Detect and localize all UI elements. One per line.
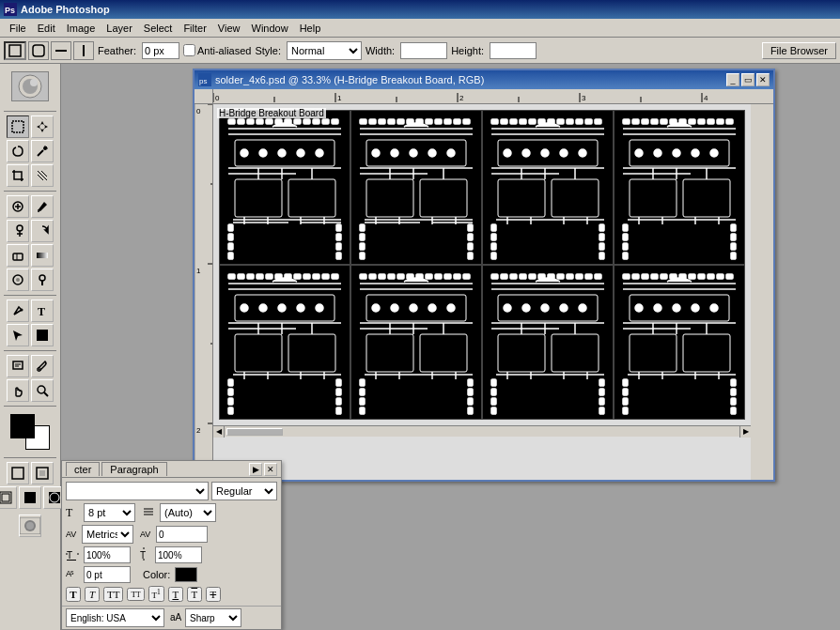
eyedropper-btn[interactable] bbox=[31, 355, 54, 377]
svg-rect-32 bbox=[37, 330, 48, 341]
menu-layer[interactable]: Layer bbox=[101, 21, 138, 36]
tool-row-select bbox=[7, 115, 54, 138]
svg-rect-211 bbox=[689, 119, 695, 124]
move-tool-btn[interactable] bbox=[31, 115, 54, 138]
paragraph-tab[interactable]: Paragraph bbox=[101, 462, 166, 476]
slice-tool-btn[interactable] bbox=[31, 164, 54, 187]
strikethrough-text-btn[interactable]: T bbox=[206, 587, 221, 602]
hand-tool-btn[interactable] bbox=[7, 379, 29, 402]
svg-point-302 bbox=[391, 304, 398, 312]
quick-mask-btn[interactable] bbox=[31, 462, 54, 484]
text-tool-btn[interactable]: T bbox=[31, 300, 54, 322]
kerning-select[interactable]: Metrics Optical 0 bbox=[82, 525, 133, 544]
anti-aliased-checkbox[interactable] bbox=[183, 44, 195, 56]
screen-mode-1[interactable] bbox=[0, 486, 17, 509]
doc-content: 0 1 2 3 4 bbox=[194, 89, 773, 480]
heal-tool-btn[interactable] bbox=[7, 195, 29, 218]
feather-input[interactable] bbox=[142, 42, 179, 59]
width-input[interactable] bbox=[400, 42, 447, 59]
menu-filter[interactable]: Filter bbox=[178, 21, 211, 36]
marquee-round-btn[interactable] bbox=[28, 41, 49, 60]
left-toolbar: T bbox=[0, 64, 61, 630]
panel-expand-btn[interactable]: ▶ bbox=[249, 463, 262, 476]
svg-text:2: 2 bbox=[196, 426, 201, 435]
font-size-select[interactable]: 8 pt 9 pt 10 pt 12 pt 14 pt bbox=[84, 503, 135, 522]
clone-tool-btn[interactable] bbox=[7, 220, 29, 242]
svg-rect-5 bbox=[83, 45, 85, 56]
menu-window[interactable]: Window bbox=[246, 21, 294, 36]
pen-tool-btn[interactable] bbox=[7, 300, 29, 322]
italic-text-btn[interactable]: T bbox=[85, 587, 100, 602]
text-color-swatch[interactable] bbox=[175, 567, 197, 582]
panel-close-btn[interactable]: ✕ bbox=[264, 463, 277, 476]
gradient-tool-btn[interactable] bbox=[31, 244, 54, 267]
dodge-tool-btn[interactable] bbox=[31, 269, 54, 291]
smallcaps-text-btn[interactable]: TT bbox=[127, 588, 144, 601]
svg-rect-79 bbox=[247, 119, 254, 124]
scroll-left-btn[interactable]: ◀ bbox=[213, 426, 225, 438]
svg-rect-352 bbox=[491, 389, 496, 395]
svg-point-26 bbox=[16, 278, 20, 282]
sub-text-btn[interactable]: T bbox=[168, 587, 183, 602]
height-input[interactable] bbox=[490, 42, 537, 59]
marquee-col-btn[interactable] bbox=[73, 41, 94, 60]
language-select[interactable]: English: USA bbox=[66, 608, 164, 627]
note-tool-btn[interactable] bbox=[7, 355, 29, 377]
bold-text-btn[interactable]: T bbox=[66, 587, 81, 602]
font-style-select[interactable]: Regular Bold Italic Bold Italic bbox=[211, 482, 277, 500]
font-family-select[interactable] bbox=[66, 482, 209, 500]
scale-v-input[interactable] bbox=[155, 546, 202, 563]
crop-tool-btn[interactable] bbox=[7, 164, 29, 187]
lasso-tool-btn[interactable] bbox=[7, 140, 29, 162]
history-tool-btn[interactable] bbox=[31, 220, 54, 242]
svg-point-136 bbox=[391, 149, 398, 157]
svg-text:T: T bbox=[140, 550, 146, 561]
svg-rect-174 bbox=[595, 119, 601, 124]
anti-aliased-label[interactable]: Anti-aliased bbox=[183, 44, 251, 56]
standard-mode-btn[interactable] bbox=[7, 462, 29, 484]
jump-imageready-btn[interactable] bbox=[19, 515, 41, 537]
style-select[interactable]: Normal Fixed Ratio Fixed Size bbox=[287, 41, 362, 60]
menu-select[interactable]: Select bbox=[138, 21, 179, 36]
path-select-btn[interactable] bbox=[7, 324, 29, 346]
font-size-icon: T bbox=[66, 505, 79, 520]
svg-rect-187 bbox=[491, 224, 496, 231]
menu-help[interactable]: Help bbox=[294, 21, 327, 36]
menu-view[interactable]: View bbox=[212, 21, 246, 36]
character-tab[interactable]: cter bbox=[66, 462, 100, 476]
menu-file[interactable]: File bbox=[4, 21, 32, 36]
horizontal-scrollbar[interactable]: ◀ ▶ bbox=[213, 425, 751, 437]
magic-wand-btn[interactable] bbox=[31, 140, 54, 162]
scale-h-input[interactable] bbox=[84, 546, 131, 563]
zoom-btn[interactable] bbox=[31, 379, 54, 402]
foreground-color-swatch[interactable] bbox=[10, 414, 35, 438]
file-browser-button[interactable]: File Browser bbox=[762, 42, 836, 59]
ruler-area: 0 1 2 3 4 bbox=[194, 89, 773, 104]
marquee-rect-btn[interactable] bbox=[4, 41, 26, 60]
scroll-thumb-h[interactable] bbox=[226, 428, 283, 436]
scroll-right-btn[interactable]: ▶ bbox=[739, 426, 751, 438]
minimize-btn[interactable]: _ bbox=[726, 73, 739, 86]
allcaps-text-btn[interactable]: TT bbox=[103, 587, 123, 602]
scroll-track-h[interactable] bbox=[226, 428, 738, 436]
underline-text-btn[interactable]: T bbox=[187, 587, 202, 602]
marquee-tool-btn[interactable] bbox=[7, 115, 29, 138]
menu-image[interactable]: Image bbox=[61, 21, 101, 36]
svg-rect-328 bbox=[501, 274, 507, 279]
marquee-row-btn[interactable] bbox=[51, 41, 71, 60]
brush-tool-btn[interactable] bbox=[31, 195, 54, 218]
super-text-btn[interactable]: T1 bbox=[148, 586, 164, 602]
close-btn[interactable]: ✕ bbox=[756, 73, 770, 86]
baseline-input[interactable] bbox=[84, 566, 131, 583]
menu-edit[interactable]: Edit bbox=[32, 21, 61, 36]
tracking-input[interactable] bbox=[156, 526, 208, 543]
blur-tool-btn[interactable] bbox=[7, 269, 29, 291]
restore-btn[interactable]: ▭ bbox=[741, 73, 754, 86]
anti-alias-select[interactable]: Sharp Crisp Strong Smooth None bbox=[185, 608, 241, 627]
eraser-tool-btn[interactable] bbox=[7, 244, 29, 267]
screen-mode-2[interactable] bbox=[19, 486, 41, 509]
scale-v-icon: T bbox=[137, 547, 150, 562]
tool-row-blur bbox=[7, 269, 54, 291]
shape-tool-btn[interactable] bbox=[31, 324, 54, 346]
leading-select[interactable]: (Auto) 10 pt 12 pt bbox=[160, 503, 216, 522]
